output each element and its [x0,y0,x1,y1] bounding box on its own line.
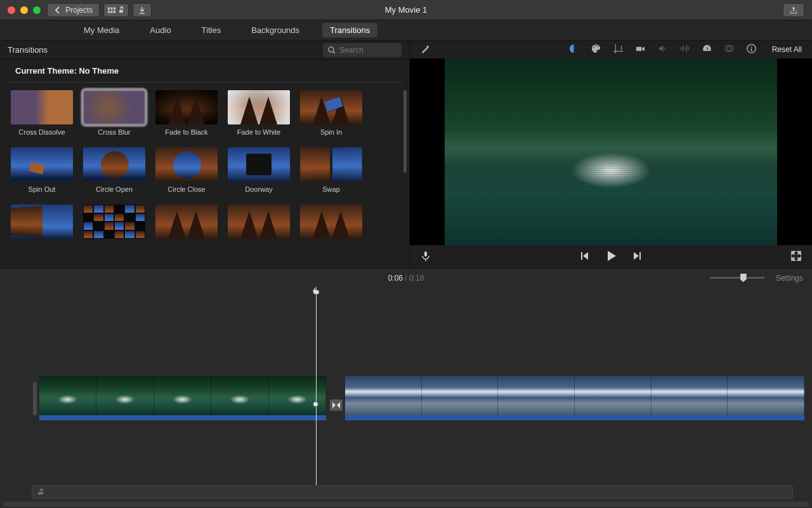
tab-backgrounds[interactable]: Backgrounds [244,23,307,37]
timeline-clip[interactable] [345,376,804,420]
crop-button[interactable] [613,43,624,56]
transition-thumb [155,204,218,239]
zoom-window-button[interactable] [33,6,41,14]
close-window-button[interactable] [8,6,15,14]
transition-label: Circle Close [167,185,205,193]
transition-item[interactable] [298,204,364,239]
transition-item[interactable]: Spin Out [9,147,75,193]
auto-enhance-button[interactable] [420,43,431,56]
transition-item[interactable] [81,204,147,239]
transition-item[interactable]: Circle Open [81,147,147,193]
speedometer-icon [702,43,712,54]
transition-label: Spin In [320,128,342,136]
clip-audio-track[interactable] [39,415,326,420]
transition-label: Cross Blur [98,128,130,136]
timeline-clip[interactable] [39,376,326,420]
viewer-panel: Reset All [410,41,812,268]
transition-label: Fade to Black [165,128,207,136]
transition-item[interactable]: Fade to White [226,90,292,136]
total-time: 0:18 [409,274,424,283]
minimize-window-button[interactable] [20,6,28,14]
import-media-button[interactable] [103,3,129,17]
transition-thumb [300,90,362,124]
crop-icon [613,43,624,54]
horizontal-scrollbar[interactable] [3,502,809,507]
playhead-marker[interactable] [313,401,318,407]
transition-thumb [228,90,290,124]
clip-filter-button[interactable] [724,43,735,56]
download-arrow-button[interactable] [133,3,152,17]
search-icon [328,46,336,54]
record-voiceover-button[interactable] [420,250,431,264]
tab-titles[interactable]: Titles [194,23,229,37]
audio-drop-zone[interactable] [32,485,793,499]
reset-all-button[interactable]: Reset All [772,45,802,54]
transition-thumb [11,147,73,182]
play-icon [604,249,618,263]
zoom-slider[interactable] [710,277,764,279]
video-viewer[interactable] [410,58,812,245]
clip-audio-track[interactable] [345,415,804,420]
transition-item[interactable]: Cross Blur [81,90,147,136]
clip-info-button[interactable] [746,43,757,56]
search-input[interactable] [339,46,390,55]
transition-thumb [300,147,362,182]
volume-button[interactable] [657,43,668,56]
color-balance-button[interactable] [568,43,579,56]
transition-item[interactable]: Doorway [226,147,292,193]
prev-frame-button[interactable] [579,250,590,264]
transition-item[interactable]: Swap [298,147,364,193]
share-button[interactable] [783,3,804,17]
play-button[interactable] [604,249,618,265]
transition-chip[interactable] [330,399,343,411]
color-correction-button[interactable] [591,43,601,56]
scrollbar-thumb[interactable] [403,90,407,173]
tab-my-media[interactable]: My Media [76,23,127,37]
panel-title: Transitions [8,45,48,55]
clip-trim-handle[interactable] [33,382,37,415]
svg-rect-2 [114,7,115,10]
fullscreen-button[interactable] [790,250,802,264]
download-arrow-icon [138,6,146,14]
transition-label: Fade to White [237,128,280,136]
transition-icon [332,401,341,409]
svg-point-6 [329,47,334,52]
mic-icon [420,250,431,262]
transition-item[interactable]: Circle Close [154,147,219,193]
camera-icon [635,43,646,54]
back-to-projects-button[interactable]: Projects [47,3,100,17]
playhead[interactable] [316,287,317,499]
fullscreen-icon [790,250,802,262]
transition-thumb [155,90,218,124]
volume-icon [657,43,668,54]
transition-item[interactable] [9,204,75,239]
transition-item[interactable] [154,204,219,239]
search-field[interactable] [323,43,402,57]
transition-item[interactable]: Spin In [298,90,364,136]
back-button-label: Projects [65,6,93,15]
music-note-icon [37,488,45,496]
timecode: 0:06 / 0:18 [388,274,424,283]
viewer-toolbar: Reset All [410,41,812,58]
timeline-header: 0:06 / 0:18 Settings [0,268,812,287]
transition-item[interactable]: Fade to Black [154,90,219,136]
tab-audio[interactable]: Audio [142,23,178,37]
clip-thumbnails [39,376,326,415]
noise-reduction-button[interactable] [679,43,690,56]
transitions-panel: Transitions Current Theme: No Theme Cros… [0,41,410,268]
svg-rect-3 [108,10,110,13]
clip-thumbnails [345,376,804,415]
timeline-settings-button[interactable]: Settings [776,274,803,283]
next-frame-button[interactable] [632,250,643,264]
transition-item[interactable]: Cross Dissolve [9,90,75,136]
svg-rect-11 [424,251,427,257]
transition-label: Circle Open [96,185,133,193]
zoom-knob[interactable] [740,274,747,282]
wand-icon [420,43,431,54]
info-icon [746,43,757,54]
transition-item[interactable] [226,204,292,239]
timeline[interactable] [0,287,812,508]
tab-transitions[interactable]: Transitions [322,23,377,37]
speed-button[interactable] [702,43,712,56]
stabilization-button[interactable] [635,43,646,56]
